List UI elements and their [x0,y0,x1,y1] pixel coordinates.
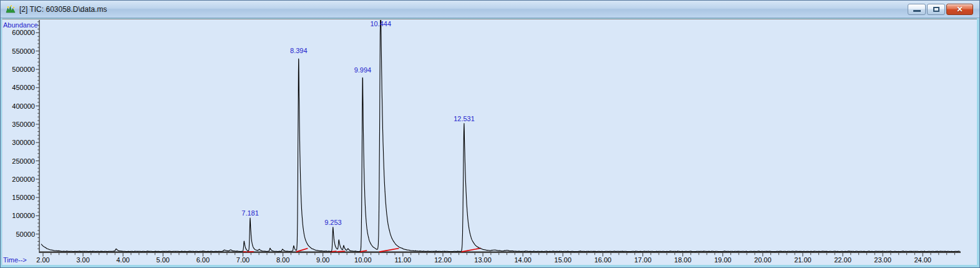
x-tick-label: 7.00 [236,256,250,264]
x-tick-label: 3.00 [76,256,89,264]
x-tick-label: 15.00 [555,256,572,264]
x-tick-label: 14.00 [514,256,531,264]
peak-rt-label: 9.994 [354,66,372,74]
chromatogram-client-area: Abundance 2.003.004.005.006.007.008.009.… [2,19,977,265]
x-tick-label: 18.00 [674,256,692,264]
integration-baseline [337,251,345,252]
y-tick-label: 600000 [12,29,35,36]
x-tick-label: 19.00 [714,256,732,264]
y-tick-label: 500000 [12,66,35,73]
y-tick-label: 50000 [16,231,35,238]
x-tick-label: 5.00 [157,256,170,264]
x-tick-label: 11.00 [395,256,412,264]
x-tick-label: 2.00 [36,256,49,264]
x-tick-label: 13.00 [474,256,492,264]
y-tick-label: 150000 [12,194,35,201]
integration-baseline [296,249,308,252]
integration-baseline [379,249,399,252]
peak-rt-label: 10.444 [370,20,391,27]
chromatogram-window: [2] TIC: 603058.D\data.ms ✕ Abundance 2.… [0,0,980,268]
x-tick-label: 12.00 [434,256,452,264]
peak-rt-label: 7.181 [241,209,259,217]
x-tick-label: 6.00 [196,256,210,264]
close-button[interactable]: ✕ [946,4,973,15]
x-axis-title: Time--> [3,256,27,264]
x-tick-label: 22.00 [834,256,851,264]
x-tick-label: 16.00 [594,256,612,264]
x-tick-label: 10.00 [354,256,372,264]
x-tick-label: 17.00 [634,256,652,264]
close-icon: ✕ [956,5,963,14]
maximize-button[interactable] [927,4,945,15]
x-tick-label: 24.00 [914,256,931,264]
y-tick-label: 450000 [12,84,35,91]
x-tick-label: 21.00 [794,256,812,264]
maximize-icon [933,7,939,12]
y-tick-label: 350000 [12,121,35,128]
y-axis-title: Abundance [3,21,38,29]
chromatogram-window-icon[interactable] [6,4,16,14]
minimize-button[interactable] [908,4,926,15]
x-tick-label: 23.00 [874,256,891,264]
y-tick-label: 100000 [12,212,35,219]
y-tick-label: 300000 [12,139,35,146]
y-tick-label: 200000 [12,176,35,183]
peak-rt-label: 9.253 [324,219,342,226]
minimize-icon [913,10,921,12]
x-tick-label: 20.00 [754,256,772,264]
x-tick-label: 8.00 [276,256,289,264]
integration-baseline [461,248,480,252]
x-tick-label: 9.00 [316,256,329,264]
window-title: [2] TIC: 603058.D\data.ms [19,5,107,14]
x-tick-label: 4.00 [116,256,129,264]
tic-trace [41,21,960,252]
integration-baseline [247,252,254,252]
y-tick-label: 550000 [12,47,35,55]
window-controls: ✕ [908,4,973,15]
y-tick-label: 400000 [12,102,35,110]
peak-rt-label: 8.394 [290,47,308,54]
tic-plot-area[interactable]: Abundance 2.003.004.005.006.007.008.009.… [2,19,978,266]
y-tick-label: 250000 [12,157,35,165]
peak-rt-label: 12.531 [454,115,475,122]
title-bar[interactable]: [2] TIC: 603058.D\data.ms ✕ [1,1,979,18]
